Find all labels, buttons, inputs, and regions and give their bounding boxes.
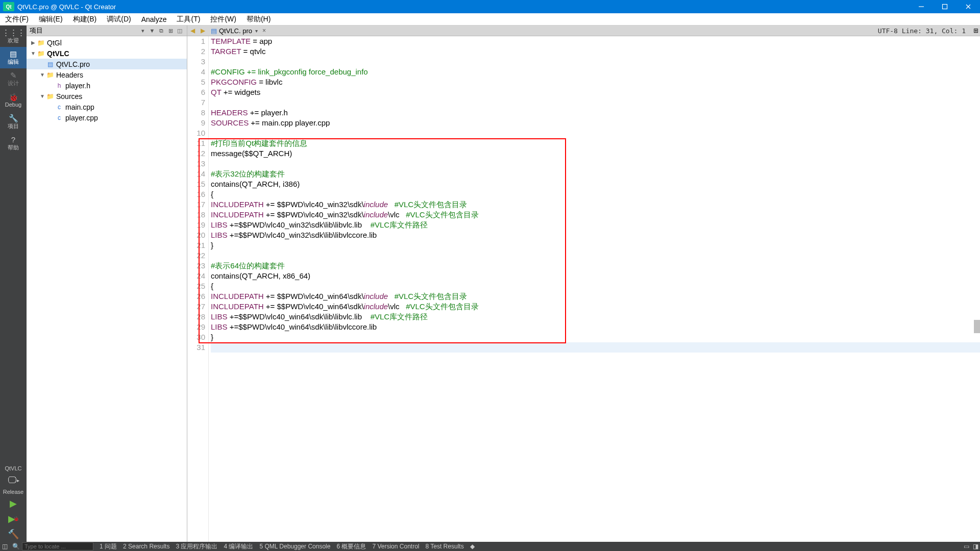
menu-item[interactable]: 帮助(H): [241, 13, 276, 25]
code-line[interactable]: [211, 342, 980, 353]
mode-帮助[interactable]: ?帮助: [0, 133, 27, 154]
code-line[interactable]: {: [211, 189, 980, 199]
expander-icon[interactable]: ▼: [39, 72, 46, 78]
split-icon[interactable]: ◫: [176, 27, 184, 35]
code-line[interactable]: INCLUDEPATH += $$PWD\vlc40_win32\sdk\inc…: [211, 210, 980, 220]
locate-input[interactable]: [22, 542, 93, 550]
code-line[interactable]: contains(QT_ARCH, x86_64): [211, 271, 980, 281]
code-line[interactable]: LIBS +=$$PWD\vlc40_win64\sdk\lib\libvlc.…: [211, 312, 980, 322]
code-line[interactable]: [211, 251, 980, 261]
code-line[interactable]: SOURCES += main.cpp player.cpp: [211, 118, 980, 128]
tree-row[interactable]: ▼📁Headers: [27, 69, 187, 80]
menu-item[interactable]: 调试(D): [102, 13, 136, 25]
scrollbar-thumb[interactable]: [974, 320, 980, 333]
code-line[interactable]: }: [211, 332, 980, 342]
code-line[interactable]: TEMPLATE = app: [211, 36, 980, 46]
code-line[interactable]: #表示32位的构建套件: [211, 169, 980, 179]
run-button[interactable]: ▶: [0, 496, 27, 511]
code-line[interactable]: #表示64位的构建套件: [211, 261, 980, 271]
project-panel: 项目 ▾ ▼ ⧉ ⊞ ◫ ▶📁QtGl▼📁QtVLC▤QtVLC.pro▼📁He…: [27, 26, 187, 542]
code-line[interactable]: LIBS +=$$PWD\vlc40_win32\sdk\lib\libvlcc…: [211, 230, 980, 240]
tree-row[interactable]: ▼📁Sources: [27, 91, 187, 102]
code-line[interactable]: INCLUDEPATH += $$PWD\vlc40_win32\sdk\inc…: [211, 199, 980, 210]
mode-icon: ?: [11, 136, 15, 143]
code-line[interactable]: HEADERS += player.h: [211, 108, 980, 118]
menu-item[interactable]: 控件(W): [205, 13, 241, 25]
output-tab[interactable]: 8 Test Results: [422, 542, 467, 551]
tab-close-button[interactable]: ×: [262, 27, 271, 34]
add-icon[interactable]: ⊞: [166, 27, 175, 35]
code-line[interactable]: PKGCONFIG = libvlc: [211, 77, 980, 87]
maximize-button[interactable]: [933, 0, 957, 13]
tree-label: player.cpp: [65, 114, 98, 122]
code-line[interactable]: #打印当前Qt构建套件的信息: [211, 138, 980, 148]
code-line[interactable]: INCLUDEPATH += $$PWD\vlc40_win64\sdk\inc…: [211, 302, 980, 312]
menu-item[interactable]: Analyze: [136, 13, 172, 25]
code-line[interactable]: [211, 57, 980, 67]
menu-item[interactable]: 工具(T): [172, 13, 205, 25]
code-editor[interactable]: 1234567891011121314151617181920212223242…: [187, 36, 980, 542]
code-line[interactable]: contains(QT_ARCH, i386): [211, 179, 980, 189]
close-output-icon[interactable]: ▭: [962, 543, 971, 550]
code-line[interactable]: TARGET = qtvlc: [211, 46, 980, 57]
project-tree[interactable]: ▶📁QtGl▼📁QtVLC▤QtVLC.pro▼📁Headershplayer.…: [27, 36, 187, 542]
code-line[interactable]: message($$QT_ARCH): [211, 148, 980, 159]
code-line[interactable]: {: [211, 281, 980, 291]
output-dropdown-icon[interactable]: ◆: [467, 542, 478, 551]
tree-row[interactable]: cmain.cpp: [27, 102, 187, 112]
mode-项目[interactable]: 🔧项目: [0, 111, 27, 133]
mode-编辑[interactable]: ▤编辑: [0, 47, 27, 68]
output-tab[interactable]: 3 应用程序输出: [173, 542, 220, 551]
expander-icon[interactable]: ▼: [39, 93, 46, 99]
output-tab[interactable]: 4 编译输出: [220, 542, 256, 551]
output-tab[interactable]: 2 Search Results: [120, 542, 173, 551]
tree-row[interactable]: ▼📁QtVLC: [27, 48, 187, 59]
code-line[interactable]: INCLUDEPATH += $$PWD\vlc40_win64\sdk\inc…: [211, 291, 980, 302]
link-icon[interactable]: ⧉: [157, 27, 165, 35]
mode-设计[interactable]: ✎设计: [0, 68, 27, 90]
close-button[interactable]: [957, 0, 980, 13]
code-line[interactable]: [211, 159, 980, 169]
mode-icon: ✎: [10, 71, 17, 79]
output-tab[interactable]: 1 问题: [96, 542, 120, 551]
code-line[interactable]: }: [211, 240, 980, 251]
nav-back-button[interactable]: ◀: [188, 26, 197, 35]
nav-forward-button[interactable]: ▶: [198, 26, 207, 35]
menu-item[interactable]: 文件(F): [0, 13, 34, 25]
output-tab[interactable]: 7 Version Control: [369, 542, 422, 551]
tree-row[interactable]: hplayer.h: [27, 80, 187, 91]
menu-item[interactable]: 构建(B): [68, 13, 102, 25]
panel-dropdown-icon[interactable]: ▾: [139, 27, 147, 35]
code-line[interactable]: LIBS +=$$PWD\vlc40_win64\sdk\lib\libvlcc…: [211, 322, 980, 332]
kit-name[interactable]: QtVLC: [0, 464, 27, 472]
menu-item[interactable]: 编辑(E): [34, 13, 68, 25]
build-button[interactable]: 🔨: [0, 527, 27, 542]
open-file-tab[interactable]: ▤ QtVLC. pro: [208, 27, 255, 35]
split-editor-icon[interactable]: ⊞: [972, 27, 980, 35]
mode-Debug[interactable]: 🐞Debug: [0, 90, 27, 111]
expander-icon[interactable]: ▶: [30, 40, 37, 45]
output-tab[interactable]: 6 概要信息: [333, 542, 369, 551]
tab-dropdown-icon[interactable]: ▾: [255, 28, 262, 34]
tree-label: QtVLC: [47, 49, 69, 58]
target-icon[interactable]: 🖵 ▸: [0, 472, 27, 488]
filter-icon[interactable]: ▼: [148, 27, 156, 35]
debug-run-button[interactable]: ▶🐞: [0, 511, 27, 527]
tree-row[interactable]: ▤QtVLC.pro: [27, 59, 187, 69]
code-line[interactable]: [211, 128, 980, 138]
minimize-button[interactable]: [910, 0, 933, 13]
tree-row[interactable]: ▶📁QtGl: [27, 37, 187, 48]
expander-icon[interactable]: ▼: [30, 51, 37, 56]
code-line[interactable]: LIBS +=$$PWD\vlc40_win32\sdk\lib\libvlc.…: [211, 220, 980, 230]
mode-欢迎[interactable]: ⋮⋮⋮欢迎: [0, 26, 27, 47]
code-line[interactable]: QT += widgets: [211, 87, 980, 97]
toggle-right-icon[interactable]: ◨: [971, 543, 980, 550]
locate-box[interactable]: 🔍: [9, 542, 96, 551]
code-line[interactable]: #CONFIG += link_pkgconfig force_debug_in…: [211, 67, 980, 77]
tree-row[interactable]: cplayer.cpp: [27, 112, 187, 123]
folder-icon: 📁: [46, 71, 54, 79]
output-tab[interactable]: 5 QML Debugger Console: [256, 542, 333, 551]
code-line[interactable]: [211, 97, 980, 108]
search-icon: 🔍: [12, 543, 20, 550]
toggle-sidebar-icon[interactable]: ◫: [0, 543, 9, 550]
